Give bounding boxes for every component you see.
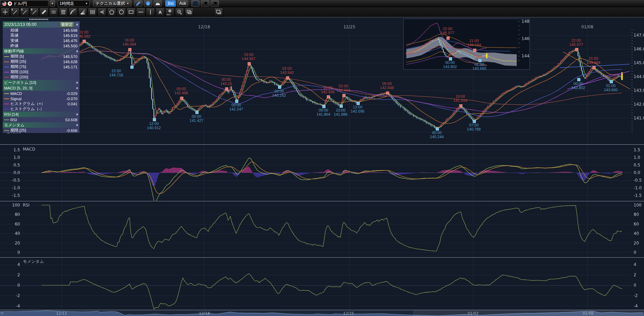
row-label: 期間 [5] (10, 54, 63, 59)
mountain-icon (155, 1, 160, 6)
zoom-in-icon (212, 1, 218, 6)
timeframe-selector[interactable]: 1時間足 ▼ (58, 0, 90, 7)
series-color-swatch (4, 119, 9, 120)
vertical-lines-tool[interactable] (88, 8, 97, 17)
panel-drag-handle[interactable] (29, 19, 48, 20)
timeframe-label: 1時間足 (59, 1, 74, 7)
row-label: Signal (10, 97, 66, 101)
fan-lines-tool-icon (80, 9, 85, 15)
tool-badge: 1 (11, 8, 13, 11)
panel-row: 終値145.500 (3, 43, 80, 48)
series-color-swatch (4, 61, 9, 62)
panel-row: ヒストグラム（+）0.041 (3, 101, 80, 106)
window-copy-tool-icon (216, 9, 221, 15)
pitchfork-tool[interactable] (98, 8, 107, 17)
pitchfork-tool-icon (99, 9, 105, 15)
hline-tool[interactable] (136, 8, 145, 17)
circle-tool[interactable] (117, 8, 126, 17)
series-color-swatch (4, 56, 9, 57)
panel-row: 期間 [100] (3, 69, 80, 75)
jp-flag-icon (8, 1, 12, 6)
zoom-out-button[interactable] (201, 0, 209, 7)
window-copy-tool[interactable] (214, 8, 223, 17)
panel-section-header: ピークボトム [10]× (3, 80, 80, 85)
panel-row: 期間 [5]145.570 (3, 54, 80, 59)
panel-row: MACD-0.029 (3, 91, 80, 96)
panel-row: Signal-0.070 (3, 96, 80, 101)
trendline-3-tool[interactable]: 3 (30, 8, 39, 17)
crosshair-tool[interactable] (1, 8, 10, 17)
hline-tool-icon (138, 9, 144, 15)
panel-row: RSI53.608 (3, 117, 80, 122)
pencil-button[interactable] (134, 0, 142, 7)
zoom-in-button[interactable] (211, 0, 219, 7)
technical-select-button[interactable]: テクニカル選択 ▼ (93, 0, 131, 7)
row-value: 145.171 (63, 65, 80, 69)
latest-candle-button[interactable]: 最新足 (60, 22, 74, 28)
vline-tool-icon (148, 9, 153, 15)
currency-pair-selector[interactable]: ドル/円 (1, 0, 48, 7)
mountain-button[interactable] (154, 0, 162, 7)
circle-tool-icon (119, 9, 124, 15)
trendline-1-tool[interactable]: 1 (10, 8, 19, 17)
parallel-lines-tool[interactable] (49, 8, 58, 17)
ask-button[interactable]: Ask (177, 0, 188, 7)
chevron-down-icon: ▼ (51, 2, 54, 5)
drawing-toolbar: 123Aicon (0, 7, 644, 17)
us-flag-icon (2, 1, 7, 6)
time-shift-tool-icon (177, 9, 182, 15)
rectangle-tool-icon (128, 9, 134, 15)
row-label: RSI (10, 118, 65, 122)
series-color-swatch (4, 109, 9, 109)
fan-lines-tool[interactable] (78, 8, 87, 17)
pentagon-tool-icon (109, 9, 114, 15)
screenshot-tool[interactable] (185, 8, 194, 17)
trendline-2-tool[interactable]: 2 (20, 8, 29, 17)
info-button[interactable] (144, 0, 152, 7)
candle-datetime: 2023/12/13 05:00 (3, 22, 60, 27)
fibonacci-arc-tool[interactable] (68, 8, 77, 17)
row-value: 145.598 (63, 28, 80, 32)
section-title: ピークボトム [10] (3, 80, 75, 85)
time-shift-tool[interactable] (175, 8, 184, 17)
row-value: -0.029 (66, 92, 80, 96)
multi-hline-tool-icon (61, 9, 66, 15)
close-icon[interactable]: × (75, 49, 80, 53)
row-label: 期間 [100] (10, 69, 77, 75)
candle-chart-button[interactable] (191, 0, 200, 7)
parallel-lines-tool-icon (51, 9, 56, 15)
row-label: 終値 (3, 43, 63, 48)
vline-tool[interactable] (146, 8, 155, 17)
ruler-tool-icon (41, 9, 47, 15)
panel-row: ヒストグラム（-） (3, 106, 80, 112)
row-label: 始値 (3, 28, 63, 33)
section-title: 移動平均線 (3, 49, 75, 54)
row-value: 145.570 (63, 55, 80, 59)
panel-section-header: 移動平均線× (3, 48, 80, 54)
main-toolbar: ドル/円 ▼ 1時間足 ▼ テクニカル選択 ▼ Bid Ask (0, 0, 644, 7)
multi-hline-tool[interactable] (59, 8, 68, 17)
panel-row: 期間 [75]145.171 (3, 64, 80, 69)
crosshair-tool-icon (2, 9, 8, 15)
panel-row: 始値145.598 (3, 28, 80, 33)
bid-button[interactable]: Bid (165, 0, 176, 7)
rectangle-tool[interactable] (127, 8, 136, 17)
row-value: 145.475 (63, 39, 80, 43)
close-icon[interactable]: × (75, 123, 80, 127)
close-icon[interactable]: × (75, 80, 80, 85)
row-label: 安値 (3, 38, 63, 43)
candle-chart-icon (193, 1, 198, 6)
close-icon[interactable]: × (75, 86, 80, 90)
pair-dropdown-button[interactable]: ▼ (50, 0, 55, 7)
chart-canvas[interactable] (0, 0, 644, 316)
icon-stamp-tool[interactable]: icon (165, 8, 174, 17)
pencil-icon (136, 1, 141, 6)
pentagon-tool[interactable] (107, 8, 116, 17)
row-value: -0.070 (66, 97, 80, 101)
close-icon[interactable]: × (75, 112, 80, 116)
series-color-swatch (4, 104, 9, 104)
close-icon[interactable]: × (75, 22, 80, 27)
ruler-tool[interactable] (39, 8, 48, 17)
row-value: 145.500 (63, 44, 80, 48)
text-tool[interactable]: A (156, 8, 165, 17)
